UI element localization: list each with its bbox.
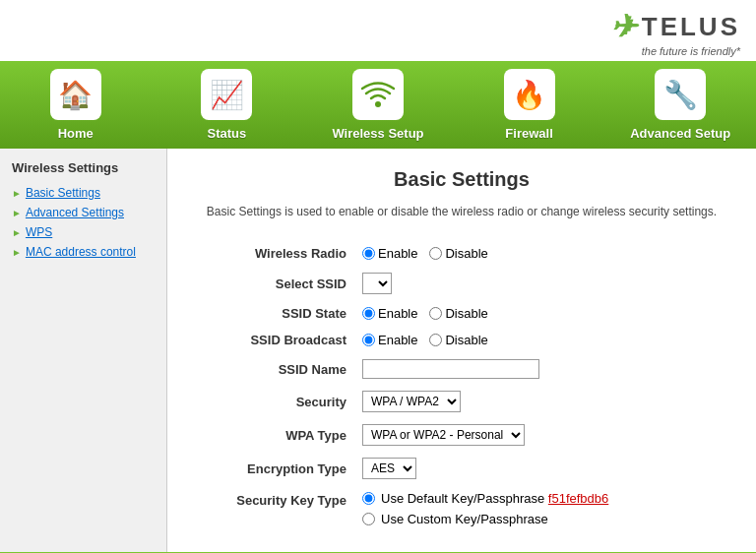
- security-key-custom-label: Use Custom Key/Passphrase: [381, 512, 548, 526]
- ssid-broadcast-enable-label[interactable]: Enable: [362, 333, 417, 347]
- security-key-custom-radio[interactable]: [362, 513, 375, 525]
- wireless-radio-enable-label[interactable]: Enable: [362, 246, 417, 261]
- wireless-radio-enable[interactable]: [362, 247, 375, 260]
- logo-tagline: the future is friendly*: [642, 45, 740, 57]
- encryption-type-dropdown[interactable]: AES: [362, 458, 416, 479]
- security-key-default-label: Use Default Key/Passphrase f51fefbdb6: [381, 491, 608, 506]
- ssid-broadcast-group: Enable Disable: [362, 333, 719, 347]
- ssid-name-label: SSID Name: [197, 353, 354, 385]
- ssid-state-label: SSID State: [197, 300, 354, 327]
- sidebar-item-mac-control[interactable]: ► MAC address control: [12, 242, 155, 262]
- basic-settings-link[interactable]: Basic Settings: [26, 186, 100, 200]
- ssid-state-enable[interactable]: [362, 307, 375, 320]
- ssid-state-disable-label[interactable]: Disable: [429, 306, 487, 321]
- nav-home[interactable]: 🏠 Home: [17, 69, 135, 141]
- logo-symbol: ✈: [610, 8, 638, 45]
- ssid-state-row: SSID State Enable Disable: [197, 300, 726, 327]
- logo-brand: TELUS: [642, 12, 740, 42]
- wpa-type-row: WPA Type WPA or WPA2 - Personal: [197, 418, 726, 452]
- wireless-radio-row: Wireless Radio Enable Disable: [197, 240, 726, 267]
- nav-status[interactable]: 📈 Status: [167, 69, 285, 141]
- wireless-radio-disable[interactable]: [429, 247, 442, 260]
- security-key-default-row: Use Default Key/Passphrase f51fefbdb6: [362, 491, 608, 506]
- advanced-setup-icon: 🔧: [655, 69, 706, 120]
- security-key-type-label: Security Key Type: [197, 485, 354, 532]
- ssid-state-disable[interactable]: [429, 307, 442, 320]
- ssid-broadcast-disable[interactable]: [429, 334, 442, 346]
- ssid-state-group: Enable Disable: [362, 306, 719, 321]
- ssid-broadcast-label: SSID Broadcast: [197, 327, 354, 353]
- content-panel: Basic Settings Basic Settings is used to…: [167, 149, 756, 552]
- ssid-state-enable-label[interactable]: Enable: [362, 306, 417, 321]
- content-description: Basic Settings is used to enable or disa…: [197, 203, 726, 220]
- settings-form: Wireless Radio Enable Disable: [197, 240, 726, 532]
- ssid-name-input[interactable]: [362, 359, 539, 379]
- security-key-type-row: Security Key Type Use Default Key/Passph…: [197, 485, 726, 532]
- arrow-icon: ►: [12, 227, 22, 238]
- main-area: setuprouter Wireless Settings ► Basic Se…: [0, 149, 756, 552]
- page-title: Basic Settings: [197, 168, 726, 191]
- advanced-settings-link[interactable]: Advanced Settings: [26, 206, 124, 219]
- arrow-icon: ►: [12, 208, 22, 218]
- security-key-options: Use Default Key/Passphrase f51fefbdb6 Us…: [362, 491, 719, 526]
- nav-wireless-label: Wireless Setup: [332, 126, 423, 141]
- encryption-type-row: Encryption Type AES: [197, 452, 726, 485]
- wpa-type-label: WPA Type: [197, 418, 354, 452]
- firewall-icon: 🔥: [504, 69, 555, 120]
- nav-advanced-label: Advanced Setup: [630, 126, 730, 141]
- ssid-broadcast-row: SSID Broadcast Enable Disable: [197, 327, 726, 353]
- select-ssid-label: Select SSID: [197, 267, 354, 300]
- arrow-icon: ►: [12, 188, 22, 199]
- sidebar-item-advanced-settings[interactable]: ► Advanced Settings: [12, 203, 155, 222]
- security-row: Security WPA / WPA2: [197, 385, 726, 418]
- svg-point-0: [375, 101, 381, 107]
- select-ssid-row: Select SSID: [197, 267, 726, 300]
- ssid-broadcast-disable-label[interactable]: Disable: [429, 333, 487, 347]
- logo: ✈ TELUS the future is friendly*: [610, 8, 740, 57]
- security-key-link[interactable]: f51fefbdb6: [548, 491, 608, 506]
- security-label: Security: [197, 385, 354, 418]
- sidebar: Wireless Settings ► Basic Settings ► Adv…: [0, 149, 167, 552]
- wpa-type-dropdown[interactable]: WPA or WPA2 - Personal: [362, 424, 525, 446]
- nav-wireless-setup[interactable]: Wireless Setup: [319, 69, 437, 141]
- wireless-radio-label: Wireless Radio: [197, 240, 354, 267]
- wireless-radio-disable-label[interactable]: Disable: [429, 246, 487, 261]
- sidebar-item-basic-settings[interactable]: ► Basic Settings: [12, 183, 155, 203]
- ssid-broadcast-enable[interactable]: [362, 334, 375, 346]
- header: ✈ TELUS the future is friendly*: [0, 0, 756, 61]
- mac-control-link[interactable]: MAC address control: [26, 245, 136, 259]
- security-key-custom-row: Use Custom Key/Passphrase: [362, 512, 548, 526]
- navbar: 🏠 Home 📈 Status Wireless Setup 🔥 Firewal…: [0, 61, 756, 149]
- sidebar-item-wps[interactable]: ► WPS: [12, 222, 155, 242]
- ssid-name-row: SSID Name: [197, 353, 726, 385]
- home-icon: 🏠: [50, 69, 101, 120]
- nav-advanced-setup[interactable]: 🔧 Advanced Setup: [621, 69, 739, 141]
- nav-status-label: Status: [208, 126, 247, 141]
- status-icon: 📈: [201, 69, 252, 120]
- logo-text: ✈ TELUS: [610, 8, 740, 45]
- encryption-type-label: Encryption Type: [197, 452, 354, 485]
- wireless-radio-group: Enable Disable: [362, 246, 719, 261]
- nav-firewall-label: Firewall: [505, 126, 552, 141]
- arrow-icon: ►: [12, 247, 22, 258]
- nav-firewall[interactable]: 🔥 Firewall: [471, 69, 589, 141]
- wireless-icon: [352, 69, 404, 120]
- select-ssid-dropdown[interactable]: [362, 273, 392, 294]
- security-key-default-radio[interactable]: [362, 492, 375, 505]
- nav-home-label: Home: [58, 126, 94, 141]
- wps-link[interactable]: WPS: [26, 225, 52, 239]
- sidebar-title: Wireless Settings: [12, 160, 155, 175]
- security-dropdown[interactable]: WPA / WPA2: [362, 391, 461, 412]
